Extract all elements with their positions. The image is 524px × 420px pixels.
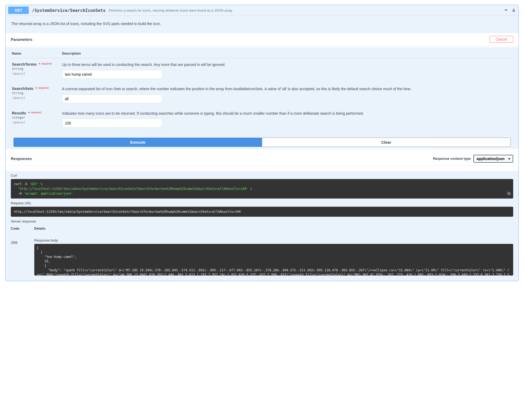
param-name: Results bbox=[12, 111, 26, 115]
required-label: required bbox=[41, 62, 52, 65]
actions-row: Execute Clear bbox=[13, 138, 511, 147]
param-col-name-header: Name bbox=[11, 49, 61, 58]
chevron-up-icon[interactable] bbox=[504, 8, 508, 13]
content-type-select[interactable]: application/json bbox=[473, 155, 513, 163]
endpoint-summary: Performs a search for icons, returing wh… bbox=[109, 8, 233, 12]
param-description: Up to three terms will be used in conduc… bbox=[62, 62, 512, 67]
param-type: integer bbox=[12, 115, 60, 120]
param-input-searchterms[interactable] bbox=[62, 70, 162, 79]
status-code: 200 bbox=[11, 233, 20, 245]
operation-header[interactable]: GET /SystemService/SearchIconSets Perfor… bbox=[6, 5, 518, 16]
operation-block: GET /SystemService/SearchIconSets Perfor… bbox=[5, 5, 519, 281]
param-description: Indicates how many icons are to be retur… bbox=[62, 111, 512, 116]
curl-label: Curl bbox=[11, 173, 513, 177]
param-type: string bbox=[12, 66, 60, 71]
required-label: required bbox=[38, 86, 49, 89]
request-url-block: http://localhost:12345/tms/xdata/SystemS… bbox=[11, 207, 513, 217]
execute-button[interactable]: Execute bbox=[13, 138, 262, 147]
endpoint-path: /SystemService/SearchIconSets bbox=[32, 8, 105, 13]
param-input-results[interactable] bbox=[62, 119, 162, 128]
param-in: (query) bbox=[12, 95, 60, 100]
parameters-header-bar: Parameters Cancel bbox=[6, 33, 518, 46]
param-description: A comma-separated list of Icon Sets to s… bbox=[62, 86, 512, 91]
param-input-searchsets[interactable] bbox=[62, 94, 162, 103]
request-url-label: Request URL bbox=[11, 201, 513, 205]
param-row-results: Results * required integer (query) Indic… bbox=[11, 107, 513, 131]
curl-code-block: curl -X 'GET' \ 'http://localhost:12345/… bbox=[11, 179, 513, 199]
copy-icon[interactable] bbox=[507, 191, 511, 197]
cancel-button[interactable]: Cancel bbox=[489, 36, 513, 43]
responses-header-bar: Responses Response content type applicat… bbox=[6, 149, 518, 166]
clear-button[interactable]: Clear bbox=[262, 138, 511, 147]
param-name: SearchTerms bbox=[12, 62, 37, 66]
param-name: SearchSets bbox=[12, 86, 33, 91]
endpoint-description: The returned array is a JSON list of ico… bbox=[11, 22, 513, 26]
parameters-table: Name Description SearchTerms * required … bbox=[11, 49, 513, 131]
responses-title: Responses bbox=[11, 156, 32, 161]
lock-icon[interactable] bbox=[512, 8, 516, 13]
required-star-icon: * bbox=[38, 62, 40, 66]
http-method-badge: GET bbox=[8, 7, 29, 14]
required-label: required bbox=[31, 111, 41, 114]
param-col-desc-header: Description bbox=[61, 49, 513, 58]
response-body-block[interactable]: [ [ "two-hump-camel", 33, { "body": "<pa… bbox=[34, 244, 513, 276]
required-star-icon: * bbox=[27, 111, 30, 115]
details-column-header: Details bbox=[34, 226, 513, 233]
content-type-label: Response content type bbox=[433, 157, 471, 161]
param-in: (query) bbox=[12, 120, 60, 125]
operation-body: The returned array is a JSON list of ico… bbox=[6, 16, 518, 281]
param-in: (query) bbox=[12, 71, 60, 76]
response-body-label: Response body bbox=[34, 238, 513, 242]
server-response-label: Server response bbox=[11, 219, 513, 223]
response-table: Code 200 Details Response body [ [ "two-… bbox=[11, 226, 513, 276]
param-type: string bbox=[12, 91, 60, 95]
required-star-icon: * bbox=[35, 86, 37, 91]
parameters-title: Parameters bbox=[11, 37, 32, 42]
param-row-searchsets: SearchSets * required string (query) A c… bbox=[11, 83, 513, 107]
param-row-searchterms: SearchTerms * required string (query) Up… bbox=[11, 58, 513, 83]
code-column-header: Code bbox=[11, 226, 20, 233]
